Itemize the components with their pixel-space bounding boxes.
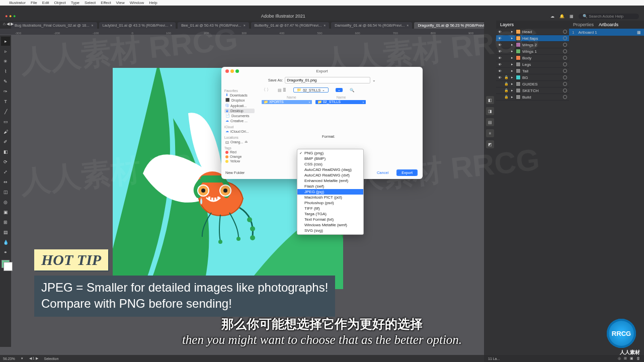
target-icon[interactable] xyxy=(563,95,567,99)
lock-icon[interactable]: 🔒 xyxy=(504,95,509,99)
magic-wand-tool[interactable]: ✳ xyxy=(1,57,10,66)
lock-icon[interactable]: 🔒 xyxy=(504,75,509,79)
chevron-right-icon[interactable]: ▸ xyxy=(510,56,514,60)
lock-icon[interactable]: 🔒 xyxy=(504,88,509,93)
selection-tool[interactable]: ▸ xyxy=(1,37,10,46)
arrange-icon[interactable]: ▦ xyxy=(570,14,574,19)
close-icon[interactable]: × xyxy=(324,24,326,27)
dock-icon[interactable]: ▤ xyxy=(486,118,494,126)
layer-row-legs[interactable]: 👁▸Legs xyxy=(496,61,569,68)
chevron-right-icon[interactable]: ▸ xyxy=(510,95,514,99)
shaper-tool[interactable]: ✐ xyxy=(1,137,10,146)
target-icon[interactable] xyxy=(563,30,567,34)
menu-object[interactable]: Object xyxy=(54,1,66,5)
lock-icon[interactable]: 🔒 xyxy=(504,82,509,86)
path-popup[interactable]: 📁02_STILLS ⌄ xyxy=(293,87,329,93)
format-option-png[interactable]: PNG (png) xyxy=(297,150,363,156)
window-traffic-red[interactable]: ● xyxy=(5,14,8,19)
dock-icon[interactable]: ◨ xyxy=(486,107,494,115)
layer-row-sketch[interactable]: 🔒▸SKETCH xyxy=(496,87,569,94)
format-option-tif[interactable]: TIFF (tif) xyxy=(297,206,363,211)
tab-bee[interactable]: Bee_01.ai @ 50.43 % (RGB/Previ...× xyxy=(178,22,249,29)
tab-artboards[interactable]: Artboards xyxy=(599,22,618,27)
mesh-tool[interactable]: ⊞ xyxy=(1,218,10,227)
cancel-button[interactable]: Cancel xyxy=(373,169,392,176)
menu-window[interactable]: Window xyxy=(130,1,144,5)
target-icon[interactable] xyxy=(563,75,567,79)
menu-file[interactable]: File xyxy=(31,1,37,5)
rectangle-tool[interactable]: ▭ xyxy=(1,117,10,126)
tab-properties[interactable]: Properties xyxy=(573,22,594,27)
layer-row-head[interactable]: 👁▸Head xyxy=(496,29,569,35)
nav-back-icon[interactable]: 〈 〉 xyxy=(262,87,271,93)
format-option-txt[interactable]: Text Format (txt) xyxy=(297,217,363,222)
delete-layer-icon[interactable]: 🗑 xyxy=(636,356,640,360)
format-option-dxf[interactable]: AutoCAD RealDWG (dxf) xyxy=(297,172,363,178)
artboard-options-icon[interactable]: ▦ xyxy=(637,30,641,35)
visibility-icon[interactable]: 👁 xyxy=(497,56,502,60)
search-icon[interactable]: 🔍 xyxy=(350,88,354,93)
layer-row-bg[interactable]: 👁🔒▸BG xyxy=(496,74,569,81)
sidebar-item-applications[interactable]: ⒶApplicati... xyxy=(224,103,255,109)
window-traffic-green[interactable]: ● xyxy=(13,14,16,19)
pen-tool[interactable]: ✎ xyxy=(1,77,10,86)
chevron-right-icon[interactable]: ▸ xyxy=(510,69,514,73)
new-sublayer-icon[interactable]: ⊞ xyxy=(624,356,627,360)
menu-type[interactable]: Type xyxy=(71,1,79,5)
perspective-tool[interactable]: ▣ xyxy=(1,208,10,217)
menu-view[interactable]: View xyxy=(116,1,125,5)
visibility-icon[interactable]: 👁 xyxy=(497,43,502,47)
new-layer-icon[interactable]: ▣ xyxy=(630,356,633,360)
chevron-right-icon[interactable]: ▸ xyxy=(510,75,514,79)
gradient-tool[interactable]: ▤ xyxy=(1,228,10,237)
layer-row-guides[interactable]: 🔒▸GUIDES xyxy=(496,81,569,87)
layer-row-wings-2[interactable]: 👁▸Wings 2 xyxy=(496,42,569,48)
line-tool[interactable]: ╱ xyxy=(1,107,10,116)
target-icon[interactable] xyxy=(563,43,567,47)
eraser-tool[interactable]: ◧ xyxy=(1,147,10,156)
close-icon[interactable]: × xyxy=(407,24,409,27)
target-icon[interactable] xyxy=(563,82,567,86)
format-option-psd[interactable]: Photoshop (psd) xyxy=(297,200,363,206)
format-option-dwg[interactable]: AutoCAD RealDWG (dwg) xyxy=(297,167,363,172)
rotate-tool[interactable]: ⟳ xyxy=(1,157,10,166)
format-option-emf[interactable]: Enhanced Metafile (emf) xyxy=(297,178,363,184)
fill-stroke-swatch[interactable] xyxy=(2,260,10,268)
chevron-right-icon[interactable]: ▸ xyxy=(510,88,514,93)
sidebar-item-desktop[interactable]: 🖥Desktop xyxy=(224,109,255,113)
sidebar-item-downloads[interactable]: ⬇Downloads xyxy=(224,93,255,98)
layer-row-body[interactable]: 👁▸Body xyxy=(496,55,569,61)
chevron-right-icon[interactable]: ▸ xyxy=(510,49,514,53)
layer-row-build[interactable]: 🔒▸Build xyxy=(496,94,569,101)
tab-layers[interactable]: Layers xyxy=(500,22,514,27)
format-option-bmp[interactable]: BMP (BMP) xyxy=(297,156,363,161)
format-option-tga[interactable]: Targa (TGA) xyxy=(297,211,363,217)
menu-effect[interactable]: Effect xyxy=(101,1,111,5)
tab-butterfly[interactable]: Butterfly_01.ai @ 67.47 % (RGB/Previ...× xyxy=(251,22,330,29)
close-icon[interactable]: × xyxy=(170,24,172,27)
target-icon[interactable] xyxy=(563,62,567,66)
dock-icon[interactable]: ◩ xyxy=(486,140,494,148)
target-icon[interactable] xyxy=(563,56,567,60)
chevron-right-icon[interactable]: ▸ xyxy=(510,62,514,66)
format-option-css[interactable]: CSS (css) xyxy=(297,161,363,167)
blend-tool[interactable]: ⚭ xyxy=(1,248,10,257)
chevron-right-icon[interactable]: ▸ xyxy=(510,43,514,47)
target-icon[interactable] xyxy=(563,49,567,53)
view-mode-icon[interactable]: ▤ ≣ xyxy=(278,88,286,93)
curvature-tool[interactable]: ✑ xyxy=(1,87,10,96)
sidebar-item-dropbox[interactable]: ⬛Dropbox xyxy=(224,98,255,103)
width-tool[interactable]: ⇔ xyxy=(1,177,10,187)
free-transform-tool[interactable]: ◫ xyxy=(1,188,10,197)
bell-icon[interactable]: 🔔 xyxy=(559,14,565,19)
tab-damselfly[interactable]: Damselfly_01.ai @ 68.54 % (RGB/Previ...× xyxy=(331,22,412,29)
format-option-wmf[interactable]: Windows Metafile (wmf) xyxy=(297,222,363,228)
tab-bug-illustrations[interactable]: Bug Illustrations_Final Colours_02.ai @ … xyxy=(11,22,97,29)
folder-02-stills[interactable]: 📁 02_STILLS› xyxy=(315,100,366,104)
sidebar-item-creative[interactable]: ☁Creative ... xyxy=(224,118,255,123)
tab-ladybird[interactable]: Ladybird_01.ai @ 43.3 % (RGB/Previ...× xyxy=(99,22,176,29)
eyedropper-tool[interactable]: 💧 xyxy=(1,238,10,247)
help-search-input[interactable]: 🔍 Search Adobe Help xyxy=(579,14,639,19)
format-dropdown-menu[interactable]: PNG (png) BMP (BMP) CSS (css) AutoCAD Re… xyxy=(297,149,364,235)
group-button[interactable]: ⌄ xyxy=(336,88,343,92)
